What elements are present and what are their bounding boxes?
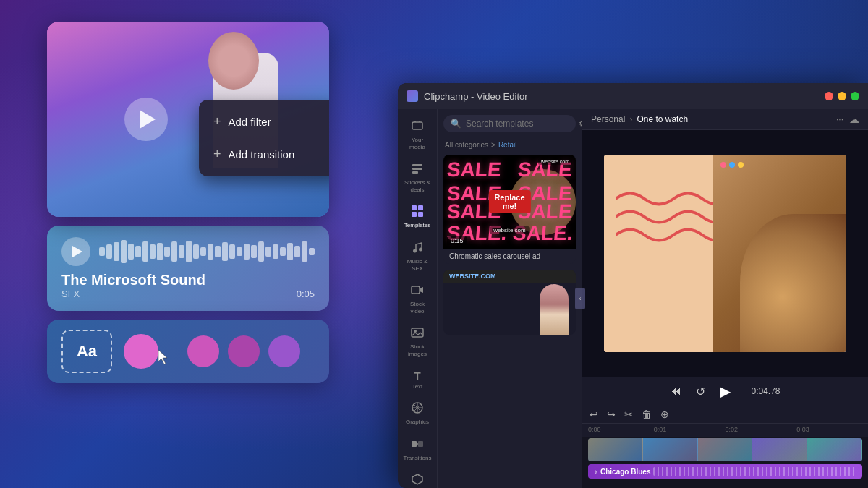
stickers-icon xyxy=(411,162,424,178)
video-card: + Add filter + Add transition xyxy=(47,22,329,217)
search-input[interactable] xyxy=(466,119,574,129)
add-transition-label: Add transition xyxy=(229,148,295,160)
svg-rect-5 xyxy=(412,205,417,210)
waveform-bar xyxy=(142,241,148,262)
color-circle-2[interactable] xyxy=(187,335,219,367)
cloud-sync-icon[interactable]: ☁ xyxy=(849,114,859,125)
brand-icon xyxy=(411,473,424,488)
add-filter-menu-item[interactable]: + Add filter xyxy=(199,106,329,138)
bc-personal: Personal xyxy=(591,114,625,124)
time-ruler: 0:00 0:01 0:02 0:03 xyxy=(582,424,868,437)
undo-button[interactable]: ↩ xyxy=(590,408,598,420)
color-circle-1[interactable] xyxy=(124,334,158,369)
templates-list: SALE SALE SALE SALE SALE SALE SALE. SALE… xyxy=(438,152,582,488)
main-area: Your media Stickers & deals Templates Mu… xyxy=(398,109,868,488)
delete-button[interactable]: 🗑 xyxy=(642,408,652,420)
track-thumb-5 xyxy=(807,438,862,461)
waveform-bar xyxy=(193,244,199,260)
svg-rect-15 xyxy=(412,441,417,447)
cut-button[interactable]: ✂ xyxy=(624,408,633,420)
play-button-large[interactable] xyxy=(124,98,168,141)
split-button[interactable]: ⊕ xyxy=(660,408,669,420)
sidebar-item-stickers[interactable]: Stickers & deals xyxy=(400,158,435,197)
plus-icon-transition: + xyxy=(213,147,221,162)
track-thumb-2 xyxy=(643,438,698,461)
aa-box: Aa xyxy=(61,330,112,373)
waveform-bar xyxy=(157,243,163,260)
audio-title-group: The Microsoft Sound SFX xyxy=(61,272,205,299)
templates-panel: 🔍 ⚙ All categories > Retail SALE SALE xyxy=(438,109,582,488)
scroll-arrow[interactable]: ‹ xyxy=(575,288,585,309)
sidebar-item-stock-images[interactable]: Stock images xyxy=(400,322,435,361)
template-caption-sale: Chromatic sales carousel ad xyxy=(443,249,576,264)
skip-back-button[interactable]: ⏮ xyxy=(670,385,681,398)
graphics-icon xyxy=(411,401,424,417)
preview-canvas xyxy=(582,130,868,377)
video-track xyxy=(588,438,862,461)
bc-one-to-watch: One to watch xyxy=(637,114,688,124)
audio-card: The Microsoft Sound SFX 0:05 xyxy=(47,226,329,311)
sidebar-item-graphics[interactable]: Graphics xyxy=(400,397,435,430)
sidebar-music-label: Music & SFX xyxy=(403,258,432,272)
svg-rect-2 xyxy=(412,164,422,166)
svg-rect-3 xyxy=(412,168,422,170)
preview-controls: ⏮ ↺ ▶ 0:04.78 xyxy=(582,377,868,406)
plus-icon-filter: + xyxy=(213,114,221,129)
svg-rect-1 xyxy=(412,122,422,129)
svg-point-9 xyxy=(413,249,417,252)
track-thumb-3 xyxy=(698,438,753,461)
text-icon: T xyxy=(414,369,420,382)
waveform-bar xyxy=(287,243,293,260)
sidebar: Your media Stickers & deals Templates Mu… xyxy=(398,109,438,488)
close-button[interactable] xyxy=(825,92,833,100)
play-pause-button[interactable]: ▶ xyxy=(720,382,731,400)
sidebar-item-media[interactable]: Your media xyxy=(400,115,435,155)
replay-button[interactable]: ↺ xyxy=(696,385,705,398)
minimize-button[interactable] xyxy=(838,92,846,100)
sidebar-item-transitions[interactable]: Transitions xyxy=(400,433,435,466)
waveform-bar xyxy=(251,245,257,258)
waveform-bar xyxy=(309,248,315,255)
search-bar[interactable]: 🔍 ⚙ xyxy=(443,115,576,132)
add-filter-label: Add filter xyxy=(229,116,271,128)
sidebar-item-brand[interactable]: Brand kit xyxy=(400,468,435,488)
waveform-bar xyxy=(171,241,177,261)
waveform-bar xyxy=(222,242,228,261)
window-title: Clipchamp - Video Editor xyxy=(424,91,528,102)
sidebar-item-templates[interactable]: Templates xyxy=(400,200,435,234)
sidebar-stock-video-label: Stock video xyxy=(403,301,432,314)
context-menu: + Add filter + Add transition xyxy=(199,100,329,176)
waveform-bar xyxy=(121,240,127,263)
category-child[interactable]: Retail xyxy=(498,141,517,149)
template-item-website[interactable]: WEBSITE.COM xyxy=(443,270,576,335)
preview-breadcrumb: Personal › One to watch xyxy=(591,114,830,124)
waveform-bar xyxy=(186,241,192,262)
track-thumb-1 xyxy=(588,438,643,461)
sidebar-item-stock-video[interactable]: Stock video xyxy=(400,279,435,319)
waveform-bar xyxy=(208,244,213,260)
color-circle-4[interactable] xyxy=(268,335,300,367)
more-options-icon[interactable]: ··· xyxy=(836,114,843,124)
waveform-bar xyxy=(114,242,119,261)
sale-website-bottom: website.com xyxy=(489,226,529,234)
wt-person xyxy=(540,284,569,335)
left-panel: + Add filter + Add transition xyxy=(47,22,387,383)
waveform-bar xyxy=(135,246,141,257)
sidebar-templates-label: Templates xyxy=(404,222,430,229)
category-parent: All categories xyxy=(445,141,488,149)
time-mark-1: 0:01 xyxy=(654,426,667,433)
waveform xyxy=(99,240,315,263)
audio-play-button[interactable] xyxy=(61,237,90,266)
sidebar-item-music[interactable]: Music & SFX xyxy=(400,236,435,276)
add-transition-menu-item[interactable]: + Add transition xyxy=(199,138,329,171)
template-item-sale[interactable]: SALE SALE SALE SALE SALE SALE SALE. SALE… xyxy=(443,155,576,264)
waveform-bar xyxy=(244,244,250,260)
redo-button[interactable]: ↪ xyxy=(607,408,616,420)
waveform-bar xyxy=(258,241,264,261)
color-circle-3[interactable] xyxy=(228,335,260,367)
waveform-bar xyxy=(265,247,271,257)
sidebar-item-text[interactable]: T Text xyxy=(400,365,435,395)
maximize-button[interactable] xyxy=(851,92,859,100)
aa-label: Aa xyxy=(77,342,97,361)
breadcrumb-separator: > xyxy=(491,141,495,149)
